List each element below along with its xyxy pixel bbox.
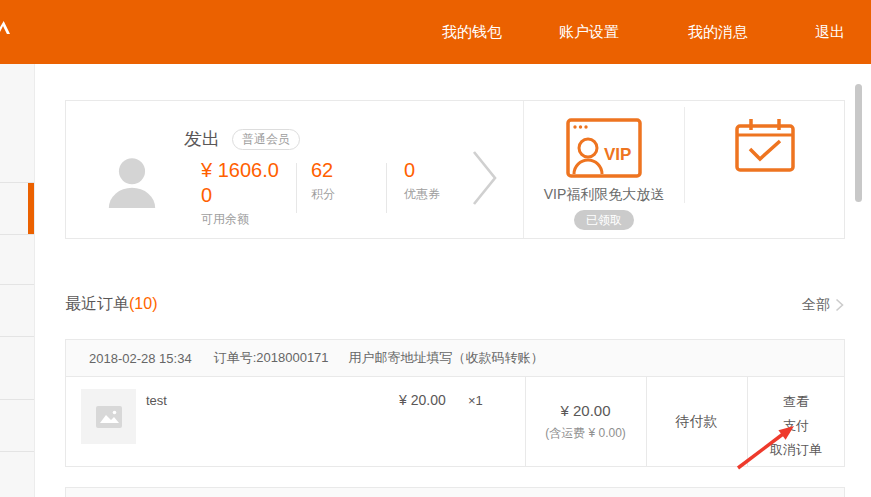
sidebar-item-active[interactable]: [0, 183, 34, 235]
product-name[interactable]: test: [146, 393, 167, 408]
chevron-right-icon[interactable]: [471, 149, 499, 207]
calendar-check-icon: [734, 117, 796, 173]
orders-count: (10): [129, 295, 157, 312]
sidebar-item[interactable]: [0, 235, 34, 285]
image-placeholder-icon: [96, 406, 122, 428]
top-nav: 我的钱包 账户设置 我的消息 退出: [442, 0, 845, 64]
order-datetime: 2018-02-28 15:34: [89, 351, 192, 366]
points-value: 62: [311, 158, 335, 183]
nav-my-messages[interactable]: 我的消息: [688, 23, 748, 42]
product-thumbnail[interactable]: [81, 389, 136, 444]
order-number: 订单号:2018000171: [214, 349, 329, 367]
cancel-order-link[interactable]: 取消订单: [770, 442, 822, 457]
view-all-link[interactable]: 全部: [802, 296, 844, 314]
order-description: 用户邮寄地址填写（收款码转账）: [349, 349, 544, 367]
balance-value: ¥ 1606.00: [201, 158, 289, 208]
product-unit-price: ¥ 20.00: [399, 392, 446, 408]
vip-window-icon: VIP: [566, 117, 642, 179]
top-nav-bar: 我的钱包 账户设置 我的消息 退出: [0, 0, 871, 64]
sidebar-item[interactable]: [0, 285, 34, 337]
vip-promo-title: VIP福利限免大放送: [544, 186, 665, 204]
points-stat[interactable]: 62 积分: [311, 158, 335, 203]
profile-card: 发出 普通会员 ¥ 1606.00 可用余额 62 积分 0 优惠券 VIP V…: [65, 100, 845, 239]
order-total-cell: ¥ 20.00 (含运费 ¥ 0.00): [525, 377, 646, 467]
orders-heading: 最近订单(10) 全部: [65, 294, 844, 315]
checkin-block[interactable]: [684, 101, 845, 238]
order-body: test ¥ 20.00 ×1 ¥ 20.00 (含运费 ¥ 0.00) 待付款…: [66, 377, 844, 467]
sidebar-item[interactable]: [0, 452, 34, 496]
order-total: ¥ 20.00: [560, 402, 610, 419]
order-card: 2018-02-28 15:34 订单号:2018000171 用户邮寄地址填写…: [65, 339, 845, 467]
sidebar-active-indicator: [28, 183, 34, 234]
product-quantity: ×1: [468, 393, 483, 408]
coupons-value: 0: [404, 158, 440, 183]
sidebar-item[interactable]: [0, 337, 34, 400]
points-label: 积分: [311, 186, 335, 203]
orders-section-title: 最近订单(10): [65, 294, 157, 315]
username: 发出: [184, 127, 220, 151]
nav-logout[interactable]: 退出: [815, 23, 845, 42]
nav-account-settings[interactable]: 账户设置: [559, 23, 619, 42]
vip-icon-text: VIP: [604, 145, 631, 164]
orders-title-text: 最近订单: [65, 295, 129, 312]
order-status: 待付款: [646, 377, 747, 467]
member-level-badge: 普通会员: [232, 129, 300, 150]
divider: [296, 163, 297, 213]
view-all-label: 全部: [802, 296, 830, 314]
scrollbar-thumb[interactable]: [855, 84, 862, 202]
next-order-card-clipped: [65, 487, 845, 497]
claimed-badge[interactable]: 已领取: [574, 210, 634, 230]
chevron-right-icon: [835, 298, 844, 312]
nav-my-wallet[interactable]: 我的钱包: [442, 23, 502, 42]
balance-label: 可用余额: [201, 211, 289, 228]
vip-promo-block[interactable]: VIP VIP福利限免大放送 已领取: [523, 101, 684, 238]
balance-stat[interactable]: ¥ 1606.00 可用余额: [201, 158, 289, 228]
order-actions: 查看 支付 取消订单: [747, 377, 845, 467]
sidebar: [0, 64, 35, 497]
coupons-stat[interactable]: 0 优惠券: [404, 158, 440, 203]
divider: [386, 163, 387, 213]
view-order-link[interactable]: 查看: [783, 394, 809, 409]
sidebar-item[interactable]: [0, 400, 34, 452]
user-row: 发出 普通会员: [184, 127, 300, 151]
shipping-note: (含运费 ¥ 0.00): [545, 425, 626, 442]
logo-fragment: [0, 21, 10, 34]
avatar[interactable]: [103, 151, 161, 209]
pay-order-link[interactable]: 支付: [783, 418, 809, 433]
order-header: 2018-02-28 15:34 订单号:2018000171 用户邮寄地址填写…: [66, 340, 844, 377]
sidebar-item[interactable]: [0, 64, 34, 183]
coupons-label: 优惠券: [404, 186, 440, 203]
